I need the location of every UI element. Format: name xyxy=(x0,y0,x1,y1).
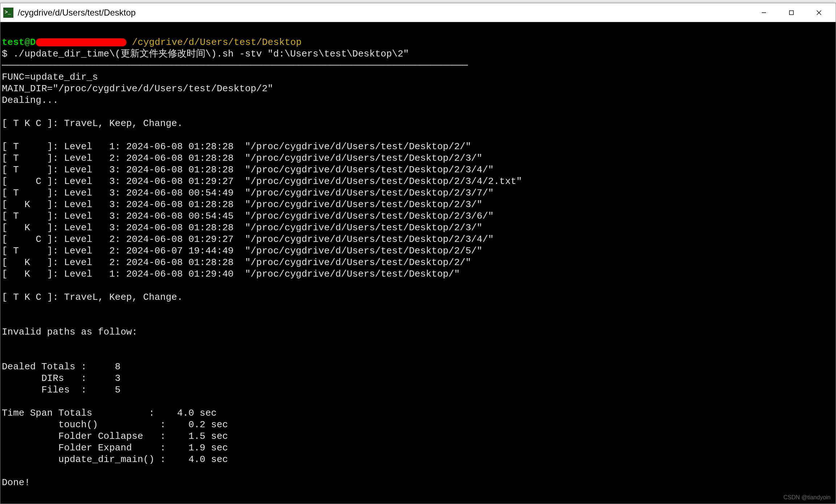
output-row: [ T ]: Level 3: 2024-06-08 01:28:28 "/pr… xyxy=(2,164,494,175)
output-row: [ C ]: Level 2: 2024-06-08 01:29:27 "/pr… xyxy=(2,234,494,245)
main-dir-line: MAIN_DIR="/proc/cygdrive/d/Users/test/De… xyxy=(2,83,273,94)
prompt-line: test@D /cygdrive/d/Users/test/Desktop xyxy=(2,37,301,48)
output-row: [ T ]: Level 3: 2024-06-08 00:54:49 "/pr… xyxy=(2,188,494,198)
terminal-window: /cygdrive/d/Users/test/Desktop test@D /c… xyxy=(0,3,836,504)
timespan-expand: Folder Expand : 1.9 sec xyxy=(2,442,228,453)
svg-rect-1 xyxy=(790,10,794,14)
window-controls xyxy=(750,3,833,22)
timespan-touch: touch() : 0.2 sec xyxy=(2,419,228,430)
totals-files: Files : 5 xyxy=(2,385,121,395)
dealing-line: Dealing... xyxy=(2,95,58,106)
terminal-icon xyxy=(3,8,13,18)
redacted-hostname xyxy=(36,38,126,46)
legend-line: [ T K C ]: TraveL, Keep, Change. xyxy=(2,118,183,129)
done-line: Done! xyxy=(2,477,30,488)
command-line: $ ./update_dir_time\(更新文件夹修改时间\).sh -stv… xyxy=(2,49,409,59)
watermark: CSDN @tiandyoin xyxy=(783,494,831,501)
totals-dirs: DIRs : 3 xyxy=(2,373,121,384)
command-text: ./update_dir_time\(更新文件夹修改时间\).sh -stv "… xyxy=(13,49,409,59)
prompt-path: /cygdrive/d/Users/test/Desktop xyxy=(132,37,301,48)
close-button[interactable] xyxy=(805,3,833,22)
output-row: [ T ]: Level 1: 2024-06-08 01:28:28 "/pr… xyxy=(2,141,471,152)
separator-line: ────────────────────────────────────────… xyxy=(2,60,467,71)
prompt-user: test@D xyxy=(2,37,36,48)
output-row: [ T ]: Level 3: 2024-06-08 00:54:45 "/pr… xyxy=(2,211,494,222)
timespan-main: update_dir_main() : 4.0 sec xyxy=(2,454,228,465)
window-title: /cygdrive/d/Users/test/Desktop xyxy=(18,8,750,18)
terminal-body[interactable]: test@D /cygdrive/d/Users/test/Desktop $ … xyxy=(0,22,836,504)
minimize-button[interactable] xyxy=(750,3,778,22)
output-row: [ K ]: Level 3: 2024-06-08 01:28:28 "/pr… xyxy=(2,222,482,233)
totals-dealed: Dealed Totals : 8 xyxy=(2,361,121,372)
func-line: FUNC=update_dir_s xyxy=(2,72,98,83)
timespan-collapse: Folder Collapse : 1.5 sec xyxy=(2,431,228,442)
legend-line-2: [ T K C ]: TraveL, Keep, Change. xyxy=(2,292,183,303)
output-row: [ K ]: Level 1: 2024-06-08 01:29:40 "/pr… xyxy=(2,269,460,280)
maximize-button[interactable] xyxy=(778,3,805,22)
titlebar[interactable]: /cygdrive/d/Users/test/Desktop xyxy=(0,3,836,22)
output-row: [ T ]: Level 2: 2024-06-07 19:44:49 "/pr… xyxy=(2,245,482,256)
output-row: [ K ]: Level 3: 2024-06-08 01:28:28 "/pr… xyxy=(2,199,482,210)
background-fragment xyxy=(401,0,836,3)
output-row: [ C ]: Level 3: 2024-06-08 01:29:27 "/pr… xyxy=(2,176,522,187)
output-row: [ T ]: Level 2: 2024-06-08 01:28:28 "/pr… xyxy=(2,153,482,164)
invalid-paths-line: Invalid paths as follow: xyxy=(2,327,137,337)
output-row: [ K ]: Level 2: 2024-06-08 01:28:28 "/pr… xyxy=(2,257,471,268)
timespan-total: Time Span Totals : 4.0 sec xyxy=(2,408,217,419)
